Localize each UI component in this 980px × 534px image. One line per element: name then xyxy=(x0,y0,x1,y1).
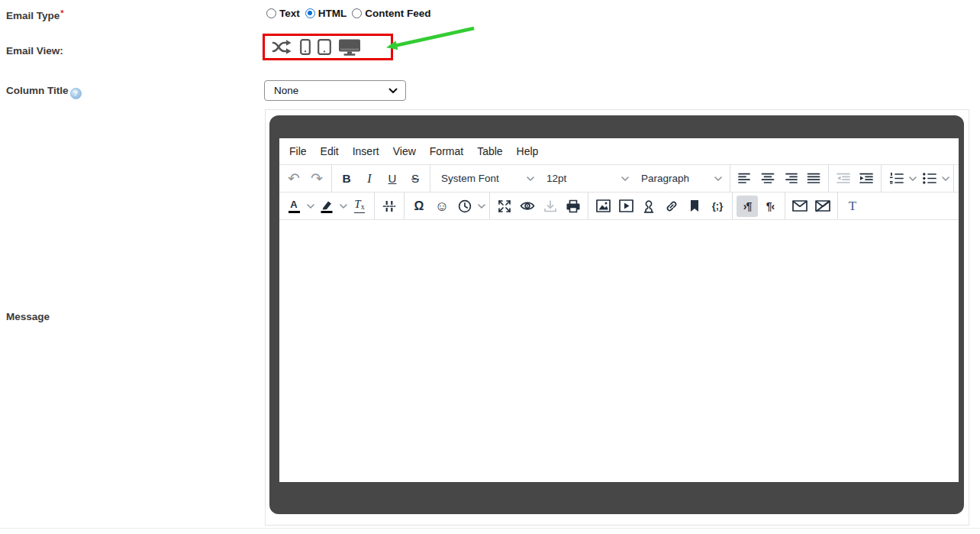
bullet-list-icon xyxy=(922,173,936,184)
toolbar-spacer xyxy=(954,165,960,192)
emoticon-button[interactable]: ☺ xyxy=(431,196,453,217)
align-justify-icon xyxy=(807,173,820,184)
horizontal-rule-button[interactable] xyxy=(379,196,400,217)
block-format-select[interactable]: Paragraph xyxy=(635,168,725,189)
redo-button[interactable]: ↷ xyxy=(306,168,327,189)
radio-checked-icon[interactable] xyxy=(305,8,315,18)
font-family-value: System Font xyxy=(441,173,527,184)
italic-button[interactable]: I xyxy=(359,168,380,189)
fullscreen-button[interactable] xyxy=(494,196,515,217)
shuffle-icon xyxy=(272,39,293,55)
strikethrough-button[interactable]: S xyxy=(405,168,426,189)
mobile-view-button[interactable] xyxy=(300,39,311,55)
undo-button[interactable]: ↶ xyxy=(283,168,305,189)
menu-format[interactable]: Format xyxy=(423,141,470,161)
anchor-icon xyxy=(642,199,656,213)
numbered-list-button[interactable] xyxy=(885,168,907,189)
numbered-list-options-button[interactable] xyxy=(907,168,917,189)
clear-formatting-button[interactable]: Tx xyxy=(349,196,370,217)
menu-edit[interactable]: Edit xyxy=(314,141,346,161)
undo-icon: ↶ xyxy=(288,171,300,186)
radio-option-content-feed-label[interactable]: Content Feed xyxy=(365,8,430,19)
desktop-view-button[interactable] xyxy=(338,39,361,56)
insert-datetime-button[interactable] xyxy=(454,196,475,217)
column-title-select[interactable]: None xyxy=(264,80,406,101)
editor-content-area[interactable] xyxy=(279,220,959,482)
print-icon xyxy=(566,199,581,213)
menu-help[interactable]: Help xyxy=(510,141,546,161)
indent-button[interactable] xyxy=(856,168,877,189)
menu-view[interactable]: View xyxy=(386,141,423,161)
underline-icon: U xyxy=(388,172,397,185)
bold-icon: B xyxy=(342,172,350,186)
save-icon xyxy=(543,199,557,213)
menu-table[interactable]: Table xyxy=(470,141,509,161)
special-character-button[interactable]: Ω xyxy=(408,196,430,217)
bold-button[interactable]: B xyxy=(336,168,357,189)
media-button[interactable] xyxy=(615,196,637,217)
menu-file[interactable]: File xyxy=(282,141,314,161)
rtl-button[interactable]: ¶‹ xyxy=(759,196,781,217)
bookmark-button[interactable] xyxy=(684,196,705,217)
clear-formatting-icon: Tx xyxy=(354,199,364,213)
radio-option-text-label[interactable]: Text xyxy=(279,8,300,19)
text-color-button[interactable]: A xyxy=(283,196,305,217)
history-group: ↶ ↷ xyxy=(279,165,332,192)
strikethrough-icon: S xyxy=(411,172,419,185)
insert-datetime-options-button[interactable] xyxy=(476,196,486,217)
email-button[interactable] xyxy=(789,196,811,217)
editor-menubar: File Edit Insert View Format Table Help xyxy=(279,138,959,165)
indent-group xyxy=(829,165,882,192)
align-right-button[interactable] xyxy=(780,168,801,189)
required-asterisk: * xyxy=(60,8,63,18)
align-justify-button[interactable] xyxy=(803,168,824,189)
bullet-list-button[interactable] xyxy=(918,168,940,189)
redo-icon: ↷ xyxy=(311,171,323,186)
ltr-button[interactable]: ›¶ xyxy=(737,196,758,217)
radio-option-content-feed[interactable]: Content Feed xyxy=(352,8,430,19)
font-family-select[interactable]: System Font xyxy=(435,168,537,189)
anchor-button[interactable] xyxy=(638,196,659,217)
link-button[interactable] xyxy=(661,196,682,217)
radio-icon[interactable] xyxy=(266,8,276,18)
align-left-button[interactable] xyxy=(734,168,756,189)
text-token-button[interactable]: T xyxy=(842,196,863,217)
code-sample-button[interactable]: {;} xyxy=(707,196,728,217)
emoticon-icon: ☺ xyxy=(435,199,449,213)
menu-insert[interactable]: Insert xyxy=(346,141,386,161)
preview-button[interactable] xyxy=(517,196,538,217)
image-button[interactable] xyxy=(592,196,614,217)
horizontal-rule-icon xyxy=(382,199,396,213)
highlight-color-button[interactable] xyxy=(316,196,337,217)
chevron-down-icon xyxy=(714,176,722,181)
chevron-down-icon xyxy=(527,176,534,181)
italic-icon: I xyxy=(367,172,371,186)
chevron-down-icon xyxy=(340,204,347,209)
chevron-down-icon xyxy=(942,176,949,181)
highlight-color-options-button[interactable] xyxy=(338,196,348,217)
tablet-icon xyxy=(318,39,331,55)
annotation-arrow-icon xyxy=(382,21,479,53)
align-center-button[interactable] xyxy=(757,168,779,189)
highlight-color-icon xyxy=(320,199,334,213)
print-button[interactable] xyxy=(563,196,584,217)
radio-option-text[interactable]: Text xyxy=(266,8,300,19)
radio-icon[interactable] xyxy=(352,8,362,18)
text-color-options-button[interactable] xyxy=(305,196,315,217)
email-type-radio-group: Text HTML Content Feed xyxy=(266,8,431,19)
help-icon[interactable]: ? xyxy=(70,88,82,99)
block-format-value: Paragraph xyxy=(641,173,714,184)
align-group xyxy=(730,165,829,192)
font-size-select[interactable]: 12pt xyxy=(540,168,632,189)
bullet-list-options-button[interactable] xyxy=(940,168,950,189)
outdent-button[interactable] xyxy=(833,168,854,189)
underline-button[interactable]: U xyxy=(382,168,403,189)
save-button[interactable] xyxy=(540,196,561,217)
text-token-group: T xyxy=(838,193,867,219)
shuffle-button[interactable] xyxy=(272,39,293,55)
email-off-button[interactable] xyxy=(812,196,833,217)
radio-option-html[interactable]: HTML xyxy=(305,8,347,19)
tablet-view-button[interactable] xyxy=(318,39,331,55)
insert-datetime-icon xyxy=(458,199,472,213)
radio-option-html-label[interactable]: HTML xyxy=(318,8,347,19)
